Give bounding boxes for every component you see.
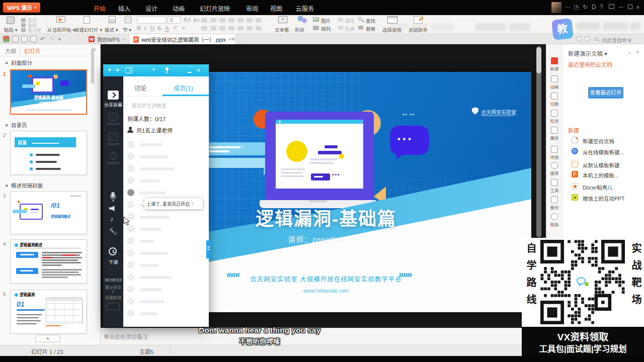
invite-hint[interactable]: 邀请学生进教室 (131, 102, 167, 109)
close-conf-icon[interactable]: × (197, 67, 200, 74)
toast-close-icon[interactable]: × (191, 201, 194, 206)
slide-lecturer[interactable]: 讲师：zoneBAI (205, 234, 427, 244)
menu-tab-animation[interactable]: 动画 (173, 4, 185, 13)
quiz-icon[interactable] (109, 152, 117, 160)
menu-tab-design[interactable]: 设计 (145, 4, 157, 13)
tab-slides[interactable]: 幻灯片 (24, 47, 41, 55)
slide-thumbnail-2[interactable]: 目录 (10, 131, 87, 175)
share-screen-icon[interactable] (108, 90, 119, 100)
save-icon[interactable] (12, 36, 19, 42)
slide-thumbnail-4[interactable]: 逻辑漏洞概述 (10, 239, 87, 284)
rail-label-shape[interactable]: 形状 (546, 118, 562, 124)
end-class-label[interactable]: 下课 (103, 258, 123, 265)
rail-label-backup[interactable]: 备份 (546, 204, 562, 210)
share-window-icon[interactable] (125, 67, 133, 73)
bold-button[interactable]: B (137, 25, 141, 31)
item-wechat-ppt[interactable]: 微信上的互动PPT (583, 195, 624, 202)
panel-header[interactable]: 新建演示文稿 ▾ (568, 49, 607, 57)
menu-tab-insert[interactable]: 插入 (118, 4, 130, 13)
item-local-template[interactable]: 本机上的模板... (583, 171, 619, 179)
rail-label-transition[interactable]: 切换 (546, 101, 562, 107)
slide-thumbnail-1[interactable]: 逻辑漏洞-基础篇 (10, 69, 87, 115)
settings-gear-icon[interactable]: ✶ (107, 67, 112, 73)
textbox-button[interactable]: 文本框 · (275, 26, 292, 33)
print-icon[interactable] (30, 36, 37, 42)
rail-label-recommend[interactable]: 推荐 (546, 170, 562, 176)
panel-close-icon[interactable]: × (636, 49, 639, 55)
summary-assistant-button[interactable]: 总结助手 (409, 26, 428, 33)
minimize-conf-icon[interactable] (187, 72, 192, 73)
recommend-icon[interactable] (551, 162, 558, 169)
section-collapse-icon[interactable] (5, 184, 8, 187)
slide-thumbnail-5[interactable]: 逻辑漏洞 01 (10, 290, 87, 334)
subscript-button[interactable]: x₂ (182, 25, 187, 30)
wps-app-logo[interactable]: WPS 演示 ▾ (3, 3, 40, 13)
add-slide-button[interactable]: + (35, 335, 60, 342)
camera-icon[interactable] (108, 113, 118, 121)
tool-icon[interactable] (577, 36, 582, 41)
item-docer[interactable]: Docer稻壳儿 (583, 184, 613, 191)
item-online-template[interactable]: 从在线模板新建... (583, 148, 624, 156)
from-current-button[interactable]: 从当前开始 ▾ (47, 26, 75, 33)
slide-title[interactable]: 逻辑漏洞-基础篇 (205, 204, 447, 230)
close-button[interactable]: × (636, 4, 640, 11)
net-check-label[interactable]: 网速检测 (103, 295, 123, 300)
rail-label-tools[interactable]: 工具 (546, 187, 562, 193)
new-doc-icon[interactable] (551, 57, 558, 64)
new-tab-button[interactable]: + (231, 36, 235, 43)
increase-font-icon[interactable]: A˄ (183, 17, 191, 24)
rail-label-new[interactable]: 新建 (546, 65, 562, 71)
font-name-input[interactable] (137, 17, 166, 24)
panel-collapse-icon[interactable]: ⌄ (627, 49, 631, 55)
slide-thumbnail-3[interactable]: /01 逻辑漏洞概述 (10, 191, 87, 234)
section-button[interactable]: 节 ▾ (123, 26, 131, 33)
menu-tab-home[interactable]: 开始 (94, 4, 106, 13)
more-icon[interactable]: ⋯ (565, 4, 571, 11)
layout-button[interactable]: 版式 ▾ (105, 26, 118, 33)
section-label-overview[interactable]: 概述衔接封面 (11, 182, 43, 189)
rail-label-help[interactable]: 帮助 (546, 221, 562, 227)
theme-name[interactable]: 主题5 (139, 347, 153, 355)
transition-icon[interactable] (551, 93, 558, 100)
undo-icon[interactable]: ↶ (40, 36, 45, 43)
sidebar-scrollbar[interactable] (91, 48, 94, 83)
redo-icon[interactable]: ↷ (49, 36, 54, 43)
canvas-scrollbar[interactable] (536, 46, 541, 237)
fill-button[interactable]: 填充 (345, 17, 355, 24)
help-icon[interactable]: ? (600, 4, 603, 11)
superscript-button[interactable]: x² (174, 25, 178, 30)
send-plane-icon[interactable]: ✈ (115, 67, 120, 73)
history-icon[interactable]: ◷ (574, 4, 579, 11)
window-resize-handle[interactable] (206, 240, 211, 258)
tab-my-wps[interactable]: W 我的WPS × (85, 34, 129, 44)
close-tab-icon[interactable]: × (122, 36, 125, 42)
end-class-clock-icon[interactable] (109, 247, 117, 255)
property-icon[interactable] (551, 127, 558, 134)
sync-icon[interactable]: ↻ (583, 4, 588, 11)
view-recent-button[interactable]: 查看最近打开 (588, 87, 623, 99)
music-note-icon[interactable]: ♪ (110, 215, 114, 223)
find-command-search[interactable]: 点此查找命令 (602, 36, 632, 44)
menu-tab-view[interactable]: 视图 (270, 4, 282, 13)
section-collapse-icon[interactable] (5, 124, 8, 126)
user-avatar[interactable] (551, 2, 561, 13)
tab-outline[interactable]: 大纲 (5, 47, 16, 55)
minimize-button[interactable]: ─ (619, 4, 623, 11)
whiteboard-icon[interactable] (108, 133, 118, 141)
upload-image-icon[interactable] (551, 146, 558, 153)
shape-button[interactable]: 形状 · (295, 26, 307, 33)
section-label-toc[interactable]: 目录页 (11, 121, 27, 129)
expand-icon[interactable] (110, 228, 116, 234)
docer-icon[interactable]: D (592, 4, 596, 11)
help-rail-icon[interactable] (551, 213, 558, 220)
backup-icon[interactable] (551, 196, 558, 203)
output-icon[interactable] (21, 36, 28, 42)
menu-tab-review[interactable]: 审阅 (246, 4, 258, 13)
ribbon-toggle-icon[interactable] (609, 4, 614, 9)
wps-home-icon[interactable] (3, 36, 10, 42)
tab-members[interactable]: 成员(1) (174, 83, 193, 92)
tab-current-file[interactable]: P web安全培训之逻辑漏洞（一）.pptx × (129, 34, 236, 44)
replace-button[interactable]: 替换 · (366, 25, 378, 32)
item-default-template[interactable]: 从默认模板新建 (583, 161, 620, 169)
new-slide-button[interactable]: 新建幻灯片 ▾ (74, 26, 102, 33)
